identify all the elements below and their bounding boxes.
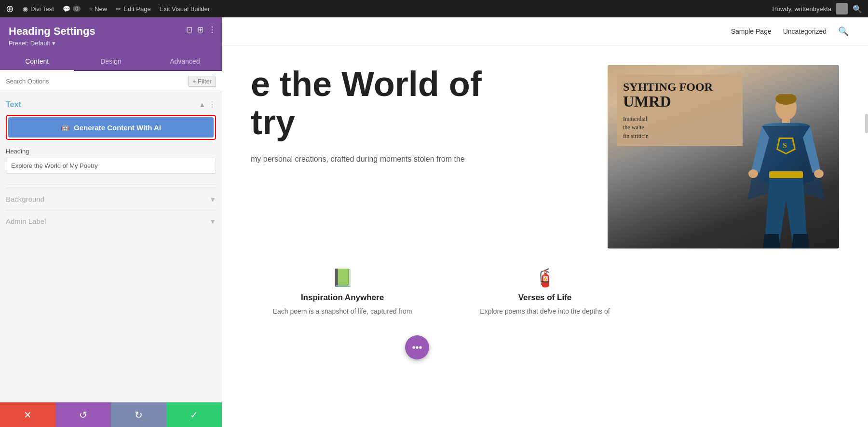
divi-icon: ◉ (23, 5, 28, 13)
inspiration-icon: 📗 (332, 268, 353, 288)
tab-bar: Content Design Advanced (0, 53, 222, 71)
text-section-header: Text ▲ ⋮ (6, 100, 216, 109)
tab-content[interactable]: Content (0, 53, 74, 71)
save-button[interactable]: ✓ (166, 402, 222, 427)
avatar (836, 3, 848, 14)
text-section-more-icon[interactable]: ⋮ (208, 100, 216, 109)
new-menu[interactable]: + New (89, 5, 107, 13)
generate-ai-button[interactable]: 🤖 Generate Content With AI (8, 117, 214, 138)
verses-icon: 🧯 (534, 268, 556, 288)
hero-description: my personal creations, crafted during mo… (251, 153, 502, 165)
save-icon: ✓ (190, 409, 198, 421)
hero-image: SYHTING FOORUMRD Immerdialthe waitefin s… (608, 65, 839, 248)
hero-title: e the World of try (251, 65, 593, 141)
fullscreen-icon[interactable]: ⊡ (186, 25, 192, 34)
admin-label-collapse-icon: ▼ (209, 218, 216, 225)
cards-area: 📗 Inspiration Anywhere Each poem is a sn… (222, 258, 868, 326)
wp-logo-icon[interactable]: ⊕ (6, 3, 14, 14)
more-options-icon[interactable]: ⋮ (208, 25, 216, 34)
uncategorized-link[interactable]: Uncategorized (783, 28, 827, 35)
undo-icon: ↺ (79, 409, 87, 421)
heading-settings-panel: Heading Settings Preset: Default ▾ ⊡ ⊞ ⋮… (0, 17, 222, 427)
hero-area: e the World of try my personal creations… (222, 46, 868, 258)
panel-content: Text ▲ ⋮ 🤖 Generate Content With AI Head… (0, 92, 222, 402)
cancel-button[interactable]: ✕ (0, 402, 55, 427)
tab-advanced[interactable]: Advanced (148, 53, 222, 70)
sample-page-link[interactable]: Sample Page (731, 28, 772, 35)
svg-rect-4 (769, 171, 803, 178)
svg-point-5 (748, 169, 758, 178)
comments-link[interactable]: 💬 0 (63, 5, 81, 13)
scroll-handle[interactable] (865, 114, 868, 133)
panel-title: Heading Settings (9, 25, 213, 38)
newspaper-headline: SYHTING FOORUMRD (623, 81, 737, 110)
bottom-action-bar: ✕ ↺ ↻ ✓ (0, 402, 222, 427)
exit-builder-link[interactable]: Exit Visual Builder (160, 5, 210, 13)
card-inspiration: 📗 Inspiration Anywhere Each poem is a sn… (251, 268, 434, 317)
text-collapse-icon[interactable]: ▲ (199, 101, 205, 109)
panel-preset[interactable]: Preset: Default ▾ (9, 40, 213, 47)
card-verses: 🧯 Verses of Life Explore poems that delv… (453, 268, 637, 317)
cancel-icon: ✕ (24, 409, 32, 421)
admin-search-icon[interactable]: 🔍 (853, 4, 862, 14)
superman-svg: S (743, 94, 829, 248)
svg-text:S: S (783, 141, 787, 150)
heading-input[interactable] (6, 158, 216, 174)
hero-left: e the World of try my personal creations… (251, 65, 593, 248)
filter-button[interactable]: + Filter (188, 76, 216, 87)
site-name-link[interactable]: ◉ Divi Test (23, 5, 54, 13)
redo-button[interactable]: ↻ (111, 402, 166, 427)
edit-page-link[interactable]: ✏ Edit Page (116, 5, 150, 13)
svg-point-6 (814, 169, 824, 178)
text-section-toggle: ▲ ⋮ (199, 100, 216, 109)
card-inspiration-title: Inspiration Anywhere (301, 293, 384, 303)
site-header: Sample Page Uncategorized 🔍 (222, 17, 868, 46)
admin-label-section-title: Admin Label (6, 217, 46, 225)
background-collapse-icon: ▼ (209, 195, 216, 203)
main-layout: Heading Settings Preset: Default ▾ ⊡ ⊞ ⋮… (0, 17, 868, 427)
edit-icon: ✏ (116, 5, 121, 13)
text-section-title: Text (6, 100, 21, 109)
background-section[interactable]: Background ▼ (6, 188, 216, 210)
divider (6, 184, 216, 185)
card-verses-desc: Explore poems that delve into the depths… (480, 306, 610, 317)
card-verses-title: Verses of Life (518, 293, 572, 303)
newspaper-subtext: Immerdialthe waitefin striticin (623, 114, 737, 140)
admin-bar: ⊕ ◉ Divi Test 💬 0 + New ✏ Edit Page Exit… (0, 0, 868, 17)
card-inspiration-desc: Each poem is a snapshot of life, capture… (273, 306, 412, 317)
redo-icon: ↻ (135, 409, 143, 421)
split-view-icon[interactable]: ⊞ (197, 25, 203, 34)
panel-header-icons: ⊡ ⊞ ⋮ (186, 25, 216, 34)
undo-button[interactable]: ↺ (55, 402, 111, 427)
admin-bar-right: Howdy, writtenbyekta 🔍 (772, 3, 862, 14)
background-section-title: Background (6, 195, 44, 203)
panel-header: Heading Settings Preset: Default ▾ ⊡ ⊞ ⋮ (0, 17, 222, 53)
floating-action-button[interactable]: ••• (405, 335, 429, 359)
newspaper-overlay: SYHTING FOORUMRD Immerdialthe waitefin s… (608, 65, 839, 248)
heading-field-label: Heading (6, 148, 216, 155)
ai-icon: 🤖 (61, 123, 70, 132)
tab-design[interactable]: Design (74, 53, 148, 70)
admin-label-section[interactable]: Admin Label ▼ (6, 210, 216, 232)
comment-icon: 💬 (63, 5, 70, 13)
site-search-icon[interactable]: 🔍 (838, 26, 849, 37)
card-placeholder (656, 268, 839, 317)
search-options-input[interactable] (6, 78, 184, 85)
ai-button-wrapper: 🤖 Generate Content With AI (6, 115, 216, 140)
search-bar-area: + Filter (0, 71, 222, 92)
content-area: Sample Page Uncategorized 🔍 e the World … (222, 17, 868, 427)
